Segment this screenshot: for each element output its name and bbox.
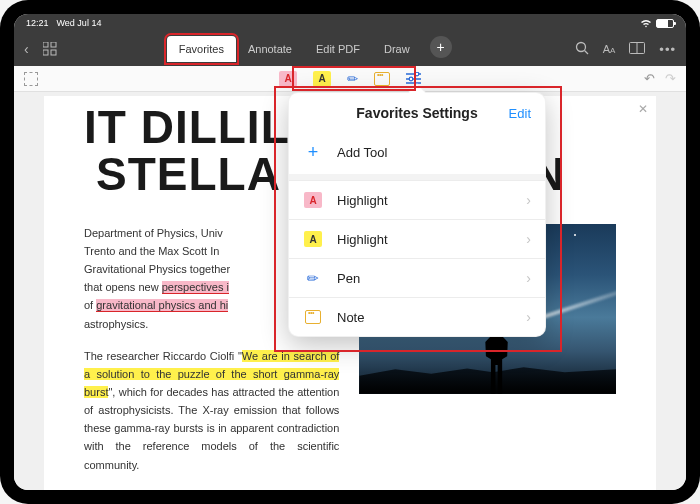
favorite-label: Highlight xyxy=(337,193,512,208)
screen: 12:21 Wed Jul 14 ‹ Favorites Annotate Ed… xyxy=(14,14,686,490)
plus-icon: + xyxy=(303,142,323,163)
svg-point-9 xyxy=(415,72,419,76)
chevron-right-icon: › xyxy=(526,270,531,286)
svg-line-5 xyxy=(584,50,588,54)
tab-favorites[interactable]: Favorites xyxy=(167,36,236,62)
wifi-icon xyxy=(640,19,652,28)
search-icon[interactable] xyxy=(575,41,589,58)
paragraph-2: The researcher Riccardo Ciolfi "We are i… xyxy=(84,347,339,474)
favorite-row-highlight-pink[interactable]: A Highlight › xyxy=(289,180,545,219)
svg-rect-3 xyxy=(51,50,56,55)
favorite-label: Highlight xyxy=(337,232,512,247)
favorite-label: Note xyxy=(337,310,512,325)
app-toolbar: ‹ Favorites Annotate Edit PDF Draw + AA … xyxy=(14,32,686,66)
tab-draw[interactable]: Draw xyxy=(372,36,422,62)
svg-rect-1 xyxy=(51,42,56,47)
chevron-right-icon: › xyxy=(526,231,531,247)
favorite-row-pen[interactable]: ✎ Pen › xyxy=(289,258,545,297)
selection-tool-icon[interactable] xyxy=(24,72,38,86)
thumbnails-icon[interactable] xyxy=(43,42,57,56)
favorites-settings-popover: Favorites Settings Edit + Add Tool A Hig… xyxy=(288,92,546,337)
battery-icon xyxy=(656,19,674,28)
note-icon xyxy=(305,310,321,324)
svg-rect-0 xyxy=(43,42,48,47)
redo-icon[interactable]: ↷ xyxy=(665,71,676,86)
note-tool-icon[interactable] xyxy=(374,72,390,86)
status-date: Wed Jul 14 xyxy=(57,18,102,28)
tab-annotate[interactable]: Annotate xyxy=(236,36,304,62)
status-time: 12:21 xyxy=(26,18,49,28)
favorite-row-highlight-yellow[interactable]: A Highlight › xyxy=(289,219,545,258)
reader-icon[interactable] xyxy=(629,42,645,57)
highlight-pink-tool[interactable]: A xyxy=(279,71,297,87)
add-tool-row[interactable]: + Add Tool xyxy=(289,131,545,180)
highlight-yellow-icon: A xyxy=(304,231,322,247)
favorites-tool-strip: A A ✎ ↶ ↷ xyxy=(14,66,686,92)
add-tab-button[interactable]: + xyxy=(430,36,452,58)
svg-rect-2 xyxy=(43,50,48,55)
text-size-icon[interactable]: AA xyxy=(603,43,616,55)
popover-title: Favorites Settings xyxy=(356,105,477,121)
highlight-pink-span[interactable]: gravitational physics and hi xyxy=(96,299,228,312)
popover-edit-button[interactable]: Edit xyxy=(509,106,531,121)
pen-icon: ✎ xyxy=(303,268,323,288)
svg-point-4 xyxy=(576,42,585,51)
highlight-pink-icon: A xyxy=(304,192,322,208)
chevron-right-icon: › xyxy=(526,192,531,208)
ipad-frame: 12:21 Wed Jul 14 ‹ Favorites Annotate Ed… xyxy=(0,0,700,504)
add-tool-label: Add Tool xyxy=(337,145,531,160)
close-page-icon[interactable]: ✕ xyxy=(638,102,648,116)
pen-tool-icon[interactable]: ✎ xyxy=(343,69,361,87)
chevron-right-icon: › xyxy=(526,309,531,325)
highlight-pink-span[interactable]: perspectives i xyxy=(162,281,229,294)
status-bar: 12:21 Wed Jul 14 xyxy=(14,14,686,32)
back-icon[interactable]: ‹ xyxy=(24,41,29,57)
svg-point-11 xyxy=(409,77,413,81)
highlight-yellow-tool[interactable]: A xyxy=(313,71,331,87)
favorite-row-note[interactable]: Note › xyxy=(289,297,545,336)
undo-icon[interactable]: ↶ xyxy=(644,71,655,86)
tab-edit-pdf[interactable]: Edit PDF xyxy=(304,36,372,62)
favorite-label: Pen xyxy=(337,271,512,286)
more-icon[interactable]: ••• xyxy=(659,42,676,57)
